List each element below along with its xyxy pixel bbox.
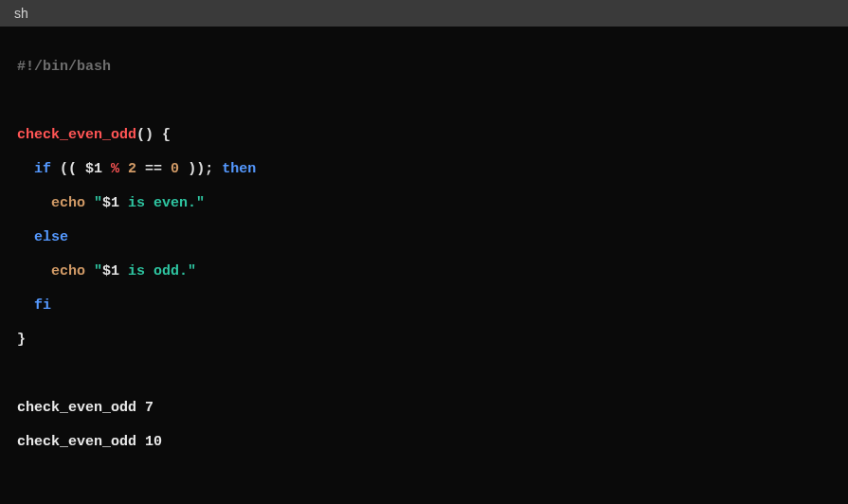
blank-line: [17, 357, 831, 391]
shebang-text: #!/bin/bash: [17, 59, 111, 75]
fi-keyword: fi: [34, 297, 51, 314]
arg-var: $1: [85, 161, 102, 177]
code-line-close-brace: }: [17, 323, 831, 357]
echo-keyword: echo: [51, 195, 85, 211]
close-brace: }: [17, 332, 26, 348]
code-block: #!/bin/bash check_even_odd() { if (( $1 …: [0, 27, 848, 483]
code-line-echo-even: echo "$1 is even.": [17, 187, 831, 221]
code-line-fi: fi: [17, 289, 831, 323]
code-line-echo-odd: echo "$1 is odd.": [17, 255, 831, 289]
dbl-paren-open: ((: [51, 161, 85, 177]
quote-open: ": [94, 263, 102, 279]
call1-arg: 7: [145, 400, 153, 416]
blank-line: [17, 84, 831, 118]
num-two: 2: [128, 161, 136, 177]
open-brace: {: [153, 127, 171, 143]
if-keyword: if: [34, 161, 51, 177]
str-even: is even.: [119, 195, 196, 211]
num-zero: 0: [171, 161, 179, 177]
mod-op: %: [102, 161, 128, 177]
quote-close: ": [188, 263, 196, 279]
eq-op: ==: [136, 161, 171, 177]
quote-close: ": [196, 195, 205, 211]
then-keyword: then: [213, 161, 256, 177]
code-line-else: else: [17, 221, 831, 255]
call1-name: check_even_odd: [17, 400, 145, 416]
parens: (): [136, 127, 153, 143]
code-line-if: if (( $1 % 2 == 0 )); then: [17, 153, 831, 187]
code-line-call1: check_even_odd 7: [17, 391, 831, 425]
call2-arg: 10: [145, 434, 162, 450]
language-label: sh: [14, 6, 28, 21]
quote-open: ": [94, 195, 102, 211]
echo-keyword: echo: [51, 263, 85, 279]
else-keyword: else: [34, 229, 68, 245]
str-var: $1: [102, 195, 119, 211]
call2-name: check_even_odd: [17, 434, 145, 450]
dbl-paren-close: ));: [179, 161, 213, 177]
code-line-func-decl: check_even_odd() {: [17, 118, 831, 153]
code-line-call2: check_even_odd 10: [17, 425, 831, 459]
function-name: check_even_odd: [17, 127, 136, 143]
str-odd: is odd.: [119, 263, 188, 279]
str-var: $1: [102, 263, 119, 279]
language-header: sh: [0, 0, 848, 27]
code-line-shebang: #!/bin/bash: [17, 50, 831, 84]
